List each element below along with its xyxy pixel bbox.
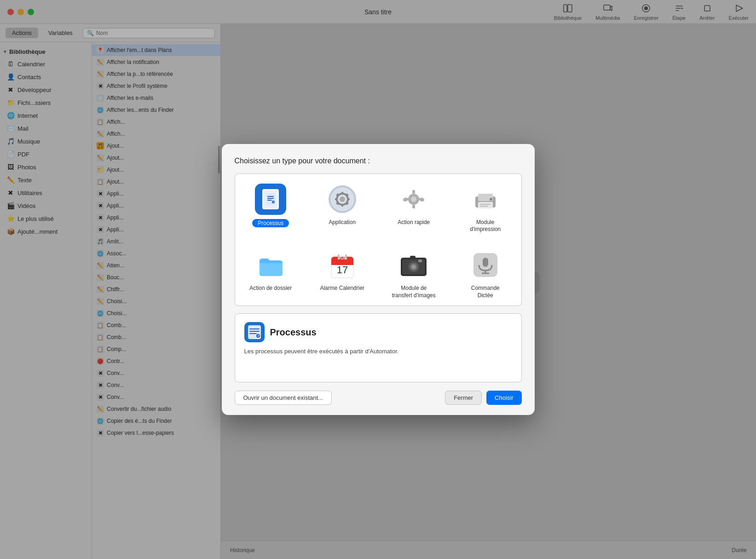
action-rapide-icon (398, 184, 429, 215)
module-impression-label: Moduled'impression (470, 219, 501, 233)
alarme-calendrier-label: Alarme Calendrier (320, 285, 364, 292)
svg-rect-49 (418, 259, 422, 262)
alarme-calendrier-icon-wrapper: JUL 17 (326, 249, 358, 281)
svg-rect-13 (335, 198, 338, 200)
commande-dictee-icon-wrapper (469, 249, 502, 281)
svg-rect-31 (478, 202, 493, 208)
action-rapide-icon-wrapper (398, 183, 430, 215)
svg-rect-12 (341, 204, 343, 207)
application-label: Application (329, 219, 356, 226)
modal-footer: Ouvrir un document existant... Fermer Ch… (235, 391, 522, 405)
svg-point-34 (490, 198, 492, 201)
svg-rect-14 (347, 198, 350, 200)
svg-point-20 (411, 196, 416, 202)
svg-rect-51 (483, 258, 488, 267)
module-impression-icon-wrapper (469, 183, 502, 215)
commande-dictee-label: CommandeDictée (471, 285, 500, 299)
doc-type-processus[interactable]: Processus (235, 174, 307, 240)
doc-type-alarme-calendrier[interactable]: JUL 17 Alarme Calendrier (306, 240, 378, 305)
doc-type-application[interactable]: Application (306, 174, 378, 240)
svg-rect-33 (480, 206, 488, 207)
description-header: Processus (244, 322, 512, 342)
open-document-button[interactable]: Ouvrir un document existant... (235, 391, 332, 405)
doc-type-module-impression[interactable]: Moduled'impression (450, 174, 521, 240)
description-box: Processus Les processus peuvent être exé… (235, 313, 522, 382)
svg-rect-40 (338, 254, 340, 259)
svg-point-7 (272, 201, 275, 203)
module-transfert-icon (398, 249, 429, 281)
doc-type-module-transfert[interactable]: Module detransfert d'images (378, 240, 450, 305)
document-types-grid: Processus (235, 173, 522, 306)
svg-rect-32 (480, 204, 491, 205)
svg-rect-22 (412, 205, 415, 208)
svg-point-47 (412, 265, 415, 268)
desc-icon (244, 322, 265, 342)
application-icon (327, 184, 358, 215)
svg-point-55 (256, 334, 260, 338)
commande-dictee-icon (470, 249, 501, 281)
processus-icon-wrapper (254, 183, 287, 215)
svg-rect-11 (341, 192, 343, 195)
action-dossier-label: Action de dossier (249, 285, 292, 292)
svg-rect-48 (410, 256, 416, 259)
description-title: Processus (270, 327, 317, 338)
doc-type-action-rapide[interactable]: Action rapide (378, 174, 450, 240)
modal-dialog: Choisissez un type pour votre document : (222, 144, 535, 415)
action-dossier-icon-wrapper (254, 249, 287, 281)
choose-button[interactable]: Choisir (486, 391, 521, 405)
doc-type-commande-dictee[interactable]: CommandeDictée (450, 240, 521, 305)
module-transfert-icon-wrapper (398, 249, 430, 281)
alarme-calendrier-icon: JUL 17 (327, 249, 358, 281)
footer-buttons: Fermer Choisir (445, 391, 521, 405)
processus-selected-badge: Processus (252, 219, 289, 227)
doc-type-action-dossier[interactable]: Action de dossier (235, 240, 307, 305)
svg-rect-21 (412, 190, 415, 194)
svg-rect-6 (266, 193, 275, 205)
processus-icon (255, 184, 286, 215)
module-impression-icon (470, 184, 501, 215)
svg-text:17: 17 (337, 264, 348, 276)
description-text: Les processus peuvent être exécutés à pa… (244, 347, 512, 356)
modal-title: Choisissez un type pour votre document : (235, 157, 522, 165)
svg-rect-41 (345, 254, 347, 259)
action-rapide-label: Action rapide (398, 219, 430, 226)
svg-point-10 (340, 196, 345, 202)
module-transfert-label: Module detransfert d'images (392, 285, 436, 299)
action-dossier-icon (255, 249, 286, 281)
application-icon-wrapper (326, 183, 358, 215)
cancel-button[interactable]: Fermer (445, 391, 482, 405)
modal-overlay: Choisissez un type pour votre document : (0, 0, 756, 559)
